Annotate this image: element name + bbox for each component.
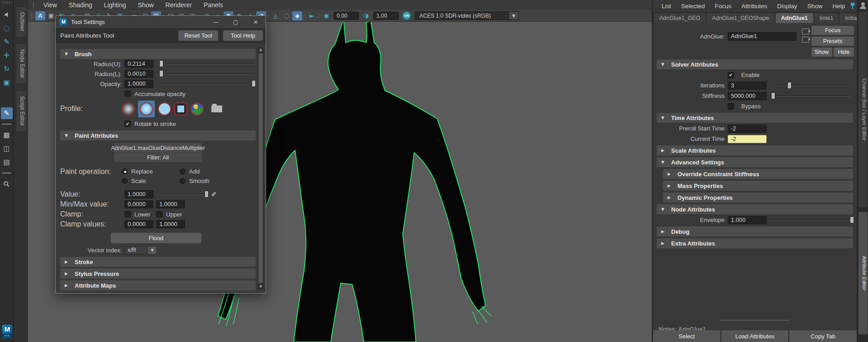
ae-menu-help[interactable]: Help	[827, 3, 850, 10]
add-radio[interactable]	[180, 169, 186, 174]
tab-adnglue1-geo[interactable]: AdnGlue1_GEO	[654, 13, 706, 23]
tab-time1[interactable]: time1	[814, 13, 839, 23]
brush-profile-square-icon[interactable]	[174, 102, 187, 116]
menu-renderer[interactable]: Renderer	[160, 1, 198, 9]
toolbox-grip[interactable]	[1, 1, 12, 4]
dynamic-properties-header[interactable]: ▶ Dynamic Properties	[663, 193, 853, 202]
exposure-icon[interactable]: ◉	[321, 11, 331, 20]
gamma-field[interactable]: 1.00	[373, 12, 399, 20]
clamp-upper-checkbox[interactable]	[156, 211, 162, 217]
iterations-field[interactable]: 3	[728, 82, 767, 90]
separator[interactable]: ¦	[317, 11, 321, 20]
debug-header[interactable]: ▶ Debug	[657, 226, 853, 236]
maximize-button[interactable]: ▢	[226, 16, 246, 29]
radius-u-field[interactable]: 0.2114	[124, 60, 153, 68]
node-name-field[interactable]: AdnGlue1	[728, 32, 796, 41]
ae-menu-focus[interactable]: Focus	[710, 3, 737, 10]
vector-index-dropdown[interactable]: x/R ▼	[124, 246, 256, 255]
paint-attributes-tool-icon[interactable]: ✎	[1, 107, 13, 119]
brush-profile-soft-icon[interactable]	[140, 102, 153, 116]
hide-button[interactable]: Hide	[834, 48, 854, 57]
panel-tab-script-editor[interactable]: Script Editor	[16, 90, 27, 131]
ae-menu-show[interactable]: Show	[802, 3, 828, 10]
brush-profile-gaussian-icon[interactable]	[122, 102, 135, 116]
copy-tab-button[interactable]: Copy Tab	[789, 330, 857, 342]
layout-four-pane-icon[interactable]: ▦	[1, 129, 13, 141]
ae-menu-list[interactable]: List	[657, 3, 676, 10]
stiffness-slider[interactable]	[770, 92, 852, 100]
brush-section-header[interactable]: ▼ Brush	[60, 49, 256, 59]
notes-resize-handle[interactable]	[721, 320, 789, 321]
rotate-tool-icon[interactable]: ↻	[1, 63, 13, 75]
scroll-down-icon[interactable]: ▼	[258, 284, 264, 289]
layout-two-pane-icon[interactable]: ◫	[1, 143, 13, 154]
scale-radio[interactable]	[122, 178, 128, 184]
opacity-field[interactable]: 1.0000	[124, 80, 153, 88]
value-field[interactable]: 1.0000	[124, 190, 153, 198]
screen-space-ao-icon[interactable]: ◬	[271, 11, 281, 20]
advanced-settings-header[interactable]: ▼ Advanced Settings	[657, 157, 853, 167]
panel-tab-node-editor[interactable]: Node Editor	[16, 43, 27, 84]
menu-lighting[interactable]: Lighting	[98, 1, 132, 9]
tool-settings-scrollbar[interactable]: ▲ ▼	[258, 47, 264, 289]
eyedropper-icon[interactable]: ✐	[211, 191, 221, 198]
smooth-radio[interactable]	[180, 178, 186, 184]
focus-button[interactable]: Focus	[811, 26, 854, 35]
node-attributes-header[interactable]: ▼ Node Attributes	[657, 204, 853, 214]
color-management-toggle[interactable]: ON	[402, 11, 411, 20]
search-tool-icon[interactable]: ⚲	[1, 178, 13, 190]
presets-button[interactable]: Presets	[811, 37, 854, 46]
shelf-grip[interactable]	[30, 13, 33, 19]
menu-view[interactable]: View	[38, 1, 63, 9]
stiffness-field[interactable]: 5000.000	[728, 92, 767, 100]
select-button[interactable]: Select	[653, 330, 720, 342]
bypass-checkbox[interactable]	[728, 103, 734, 110]
select-tool-icon[interactable]: ➤	[1, 9, 13, 20]
mass-properties-header[interactable]: ▶ Mass Properties	[663, 181, 853, 191]
tool-help-button[interactable]: Tool Help	[223, 30, 263, 41]
separator[interactable]: ¦	[303, 11, 306, 20]
pin-icon[interactable]	[850, 2, 850, 10]
brush-profile-solid-icon[interactable]	[158, 102, 171, 116]
menu-panels[interactable]: Panels	[198, 1, 229, 9]
enable-checkbox[interactable]: ✔	[728, 72, 734, 78]
menu-show[interactable]: Show	[132, 1, 160, 9]
radius-u-slider[interactable]	[156, 60, 256, 68]
paint-attributes-section-header[interactable]: ▼ Paint Attributes	[60, 130, 256, 140]
panel-tab-outliner[interactable]: Outliner	[16, 6, 27, 37]
lock-camera-icon[interactable]: ▣	[46, 11, 56, 20]
scrollbar-thumb[interactable]	[258, 53, 263, 283]
menu-shading[interactable]: Shading	[63, 1, 98, 9]
iterations-slider[interactable]	[770, 82, 852, 90]
ae-menu-selected[interactable]: Selected	[676, 3, 710, 10]
time-attributes-header[interactable]: ▼ Time Attributes	[657, 113, 853, 123]
paint-attribute-button[interactable]: AdnGlue1.maxGlueDistanceMultiplier	[114, 143, 202, 153]
show-button[interactable]: Show	[811, 48, 832, 57]
filter-button[interactable]: Filter: All	[114, 153, 202, 162]
clamp-max-field[interactable]: 1.0000	[156, 220, 185, 228]
reset-tool-button[interactable]: Reset Tool	[178, 30, 218, 41]
envelope-slider[interactable]	[770, 216, 852, 224]
tool-settings-titlebar[interactable]: M Tool Settings — ▢ ✕	[56, 16, 266, 29]
tab-adnglue1[interactable]: AdnGlue1	[776, 13, 813, 23]
select-camera-icon[interactable]: A	[35, 11, 45, 20]
override-constraint-stiffness-header[interactable]: ▶ Override Constraint Stiffness	[663, 169, 853, 179]
extra-attributes-header[interactable]: ▶ Extra Attributes	[657, 238, 853, 248]
opacity-slider[interactable]	[156, 80, 256, 88]
separator[interactable]: ¦	[267, 11, 270, 20]
solver-attributes-header[interactable]: ▼ Solver Attributes	[657, 59, 853, 69]
browse-profile-folder-icon[interactable]	[211, 106, 222, 112]
exposure-field[interactable]: 0.00	[334, 12, 359, 20]
ae-menu-attributes[interactable]: Attributes	[736, 3, 772, 10]
flood-button[interactable]: Flood	[111, 233, 201, 243]
max-value-field[interactable]: 1.0000	[156, 200, 185, 208]
multisample-icon[interactable]: ◈	[292, 11, 302, 20]
rotate-to-stroke-checkbox[interactable]: ✔	[124, 120, 131, 127]
output-connections-icon[interactable]	[802, 37, 809, 43]
clamp-min-field[interactable]: 0.0000	[124, 220, 153, 228]
motion-blur-icon[interactable]: ◌	[281, 11, 291, 20]
chevron-down-icon[interactable]: ▼	[509, 12, 518, 19]
attribute-maps-section-header[interactable]: ▶ Attribute Maps	[60, 280, 256, 290]
replace-radio[interactable]	[122, 169, 128, 174]
close-button[interactable]: ✕	[246, 16, 266, 29]
